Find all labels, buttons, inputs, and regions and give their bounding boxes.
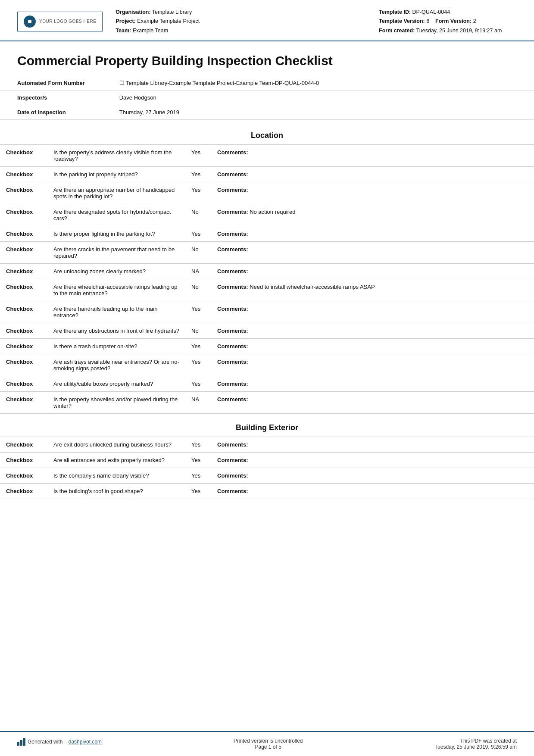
comments-label: Comments: [217, 381, 248, 387]
checkbox-cell: Checkbox [0, 437, 47, 453]
checkbox-cell: Checkbox [0, 241, 47, 263]
template-version-label: Template Version: [379, 18, 425, 24]
answer-cell: NA [185, 391, 211, 413]
footer-left: Generated with dashpivot.com [17, 738, 102, 746]
inspector-value: Dave Hodgson [102, 90, 534, 105]
table-row: CheckboxAre unloading zones clearly mark… [0, 263, 534, 279]
page: ■ YOUR LOGO GOES HERE Organisation: Temp… [0, 0, 534, 756]
table-row: CheckboxAre there wheelchair-accessible … [0, 279, 534, 301]
header-right: Template ID: DP-QUAL-0044 Template Versi… [379, 8, 517, 35]
question-cell: Is the property's address clearly visibl… [47, 145, 185, 167]
answer-cell: Yes [185, 483, 211, 499]
comments-label: Comments: [217, 246, 248, 253]
page-text: Page 1 of 5 [234, 744, 303, 750]
comments-cell: Comments: [211, 323, 534, 338]
checkbox-cell: Checkbox [0, 226, 47, 241]
team-line: Team: Example Team [116, 26, 379, 35]
sections-container: LocationCheckboxIs the property's addres… [0, 122, 534, 499]
comments-cell: Comments: [211, 226, 534, 241]
answer-cell: Yes [185, 145, 211, 167]
comments-cell: Comments: [211, 145, 534, 167]
checkbox-cell: Checkbox [0, 391, 47, 413]
question-cell: Are all entrances and exits properly mar… [47, 452, 185, 468]
date-value: Thursday, 27 June 2019 [102, 105, 534, 119]
footer-logo: Generated with dashpivot.com [17, 738, 102, 746]
question-cell: Is there a trash dumpster on-site? [47, 338, 185, 354]
table-row: CheckboxAre there handrails leading up t… [0, 301, 534, 323]
header: ■ YOUR LOGO GOES HERE Organisation: Temp… [0, 0, 534, 41]
question-cell: Is the property shovelled and/or plowed … [47, 391, 185, 413]
checkbox-cell: Checkbox [0, 279, 47, 301]
checkbox-cell: Checkbox [0, 468, 47, 483]
info-table: Automated Form Number ☐ Template Library… [0, 76, 534, 120]
comments-cell: Comments: [211, 301, 534, 323]
form-created-value: Tuesday, 25 June 2019, 9:19:27 am [416, 28, 502, 34]
comments-value: No action required [248, 209, 296, 215]
comments-cell: Comments: [211, 263, 534, 279]
question-cell: Are there any obstructions in front of f… [47, 323, 185, 338]
comments-cell: Comments: [211, 468, 534, 483]
footer-right: This PDF was created at Tuesday, 25 June… [434, 738, 517, 750]
generated-text: Generated with [28, 739, 62, 745]
table-row: CheckboxIs the property shovelled and/or… [0, 391, 534, 413]
form-created-line: Form created: Tuesday, 25 June 2019, 9:1… [379, 26, 517, 35]
template-id-label: Template ID: [379, 9, 411, 15]
template-id-value: DP-QUAL-0044 [412, 9, 450, 15]
comments-label: Comments: [217, 149, 248, 156]
auto-form-value: ☐ Template Library-Example Template Proj… [102, 76, 534, 91]
comments-label: Comments: [217, 209, 248, 215]
team-label: Team: [116, 28, 131, 34]
template-version-value: 6 [426, 18, 429, 24]
answer-cell: No [185, 204, 211, 226]
checkbox-cell: Checkbox [0, 263, 47, 279]
project-value: Example Template Project [137, 18, 200, 24]
answer-cell: Yes [185, 226, 211, 241]
org-line: Organisation: Template Library [116, 8, 379, 17]
table-row: CheckboxIs the parking lot properly stri… [0, 166, 534, 182]
team-value: Example Team [133, 28, 168, 34]
info-row-date: Date of Inspection Thursday, 27 June 201… [0, 105, 534, 119]
comments-label: Comments: [217, 231, 248, 237]
question-cell: Are there cracks in the pavement that ne… [47, 241, 185, 263]
info-row-inspector: Inspector/s Dave Hodgson [0, 90, 534, 105]
form-created-label: Form created: [379, 28, 415, 34]
table-row: CheckboxAre there any obstructions in fr… [0, 323, 534, 338]
table-row: CheckboxAre exit doors unlocked during b… [0, 437, 534, 453]
question-cell: Is there proper lighting in the parking … [47, 226, 185, 241]
dashpivot-link[interactable]: dashpivot.com [69, 739, 102, 745]
pdf-created-value: Tuesday, 25 June 2019, 9:26:59 am [434, 744, 517, 750]
comments-label: Comments: [217, 359, 248, 365]
answer-cell: Yes [185, 376, 211, 391]
table-row: CheckboxAre there an appropriate number … [0, 182, 534, 204]
form-version-label: Form Version: [435, 18, 472, 24]
checkbox-cell: Checkbox [0, 323, 47, 338]
answer-cell: NA [185, 263, 211, 279]
answer-cell: No [185, 323, 211, 338]
answer-cell: Yes [185, 468, 211, 483]
comments-cell: Comments: [211, 182, 534, 204]
comments-value: Need to install wheelchair-accessible ra… [248, 284, 375, 290]
answer-cell: Yes [185, 452, 211, 468]
table-row: CheckboxIs the company's name clearly vi… [0, 468, 534, 483]
footer: Generated with dashpivot.com Printed ver… [0, 731, 534, 756]
dashpivot-icon [17, 738, 25, 746]
table-row: CheckboxAre all entrances and exits prop… [0, 452, 534, 468]
checkbox-cell: Checkbox [0, 452, 47, 468]
question-cell: Are there an appropriate number of handi… [47, 182, 185, 204]
answer-cell: Yes [185, 437, 211, 453]
org-value: Template Library [152, 9, 192, 15]
logo-box: ■ YOUR LOGO GOES HERE [17, 12, 103, 31]
comments-label: Comments: [217, 284, 248, 290]
table-row: CheckboxAre utility/cable boxes properly… [0, 376, 534, 391]
table-row: CheckboxAre ash trays available near ent… [0, 354, 534, 376]
table-row: CheckboxIs there a trash dumpster on-sit… [0, 338, 534, 354]
comments-label: Comments: [217, 488, 248, 494]
page-title: Commercial Property Building Inspection … [0, 41, 534, 76]
comments-cell: Comments: [211, 376, 534, 391]
answer-cell: Yes [185, 182, 211, 204]
comments-cell: Comments: [211, 437, 534, 453]
table-row: CheckboxIs the property's address clearl… [0, 145, 534, 167]
question-cell: Is the company's name clearly visible? [47, 468, 185, 483]
auto-form-label: Automated Form Number [0, 76, 102, 91]
comments-label: Comments: [217, 472, 248, 479]
